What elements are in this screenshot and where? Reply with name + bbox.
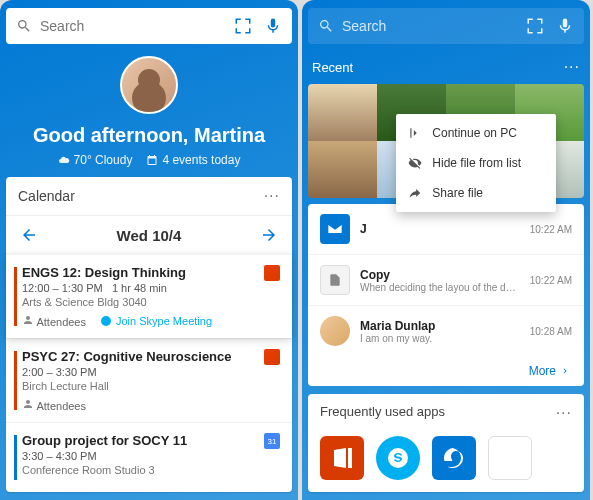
recent-item[interactable]: Maria DunlapI am on my way. 10:28 AM [308,305,584,356]
hero: Good afternoon, Martina 70° Cloudy 4 eve… [6,52,292,177]
next-day[interactable] [260,226,278,244]
calendar-icon: 31 [264,433,280,449]
attendees[interactable]: Attendees [22,398,86,412]
join-skype[interactable]: Join Skype Meeting [100,315,212,327]
calendar-title: Calendar [18,188,75,204]
contact-avatar [320,316,350,346]
outlook-icon [320,214,350,244]
recent-list: J 10:22 AM CopyWhen deciding the layou o… [308,204,584,386]
document-icon [320,265,350,295]
recent-label: Recent [312,60,353,75]
recent-item[interactable]: CopyWhen deciding the layou of the doc..… [308,254,584,305]
share-file[interactable]: Share file [396,178,556,208]
phone-left: Search Good afternoon, Martina 70° Cloud… [0,0,298,500]
phone-right: Search Recent ··· Continue on PC Hide fi… [302,0,590,500]
watermark: www.frjam.com [508,439,576,450]
events-today: 4 events today [146,153,240,167]
avatar[interactable] [120,56,178,114]
office-icon [264,349,280,365]
context-menu: Continue on PC Hide file from list Share… [396,114,556,212]
edge-app-icon[interactable] [432,436,476,480]
search-placeholder: Search [40,18,226,34]
weather: 70° Cloudy [58,153,133,167]
mic-icon[interactable] [264,17,282,35]
search-icon [16,18,32,34]
greeting: Good afternoon, Martina [6,124,292,147]
search-bar[interactable]: Search [308,8,584,44]
more-link[interactable]: More [308,356,584,386]
calendar-event[interactable]: ENGS 12: Design Thinking 12:00 – 1:30 PM… [6,254,292,338]
scan-icon[interactable] [234,17,252,35]
calendar-event[interactable]: 31 Group project for SOCY 11 3:30 – 4:30… [6,422,292,492]
calendar-card: Calendar ··· Wed 10/4 ENGS 12: Design Th… [6,177,292,492]
search-bar[interactable]: Search [6,8,292,44]
freq-apps-label: Frequently used apps [320,404,445,422]
more-icon[interactable]: ··· [564,58,580,76]
calendar-date: Wed 10/4 [117,227,182,244]
scan-icon[interactable] [526,17,544,35]
svg-point-0 [101,316,111,326]
more-icon[interactable]: ··· [556,404,572,422]
continue-on-pc[interactable]: Continue on PC [396,118,556,148]
search-icon [318,18,334,34]
calendar-event[interactable]: PSYC 27: Cognitive Neuroscience 2:00 – 3… [6,338,292,422]
office-app-icon[interactable] [320,436,364,480]
more-icon[interactable]: ··· [264,187,280,205]
prev-day[interactable] [20,226,38,244]
skype-app-icon[interactable] [376,436,420,480]
office-icon [264,265,280,281]
search-placeholder: Search [342,18,518,34]
hide-file[interactable]: Hide file from list [396,148,556,178]
attendees[interactable]: Attendees [22,314,86,328]
mic-icon[interactable] [556,17,574,35]
